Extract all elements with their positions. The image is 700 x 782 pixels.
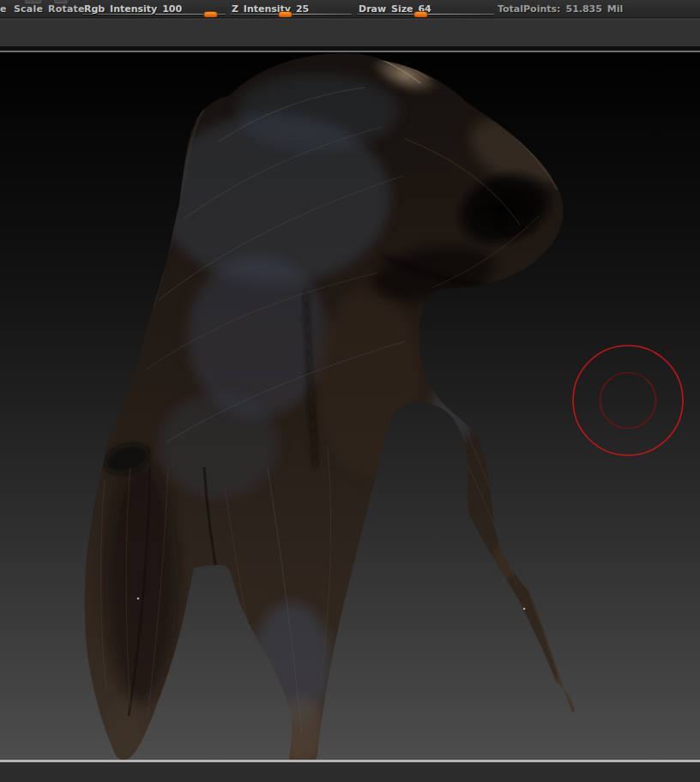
zbrush-window: { "toolbar": { "partial_button": { "labe… xyxy=(0,0,700,782)
draw-size-slider[interactable]: Draw Size 64 xyxy=(357,0,494,18)
bottom-bar xyxy=(0,762,700,782)
brush-cursor-outer-circle xyxy=(573,346,683,455)
z-intensity-label: Z Intensity 25 xyxy=(232,3,309,15)
tool-tray xyxy=(0,19,700,46)
canvas-top-border xyxy=(0,51,700,52)
brush-cursor-inner-circle xyxy=(600,373,656,429)
draw-size-handle[interactable] xyxy=(413,11,428,18)
rgb-intensity-handle[interactable] xyxy=(203,11,218,18)
sculpt-model xyxy=(0,52,700,760)
partial-button-label[interactable]: e xyxy=(0,3,7,15)
total-points-value: 51.835 Mil xyxy=(565,3,623,15)
z-intensity-slider[interactable]: Z Intensity 25 xyxy=(230,0,352,18)
rgb-intensity-label: Rgb Intensity 100 xyxy=(84,3,182,15)
scale-button[interactable]: Scale xyxy=(14,3,43,15)
rotate-button[interactable]: Rotate xyxy=(48,3,85,15)
top-toolbar: e Scale Rotate Rgb Intensity 100 Z Inten… xyxy=(0,0,700,18)
z-intensity-handle[interactable] xyxy=(278,11,293,18)
total-points-label: TotalPoints: xyxy=(498,3,560,15)
brush-cursor xyxy=(573,346,683,455)
sculpt-canvas[interactable] xyxy=(0,52,700,760)
total-points-status: TotalPoints:51.835 Mil xyxy=(498,3,623,15)
rgb-intensity-slider[interactable]: Rgb Intensity 100 xyxy=(82,0,226,18)
